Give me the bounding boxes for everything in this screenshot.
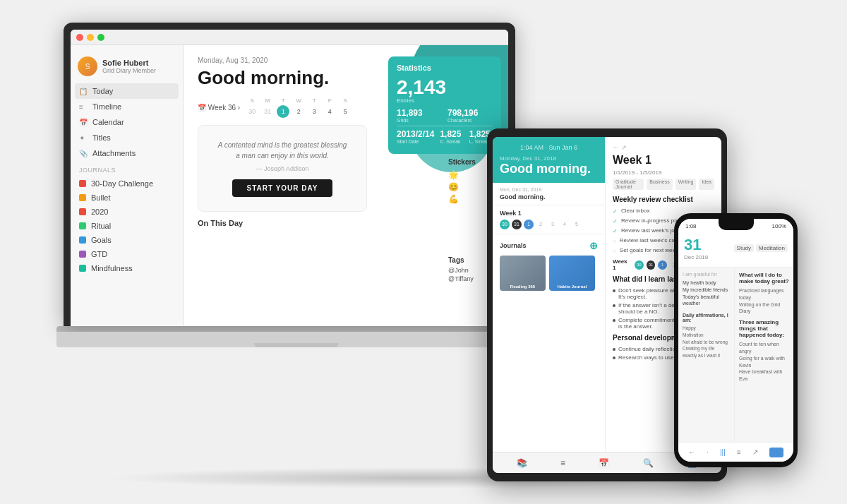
maximize-dot[interactable]: [97, 34, 104, 41]
stats-c-streak: 1,825 C. Streak: [440, 129, 463, 144]
week-days: S 30 M 31 T 1: [246, 97, 352, 118]
journal-item-30day[interactable]: 30-Day Challenge: [71, 176, 183, 191]
tablet-greeting: Good morning.: [500, 162, 598, 177]
tablet-nav-calendar[interactable]: 📅: [599, 458, 609, 468]
circle-icon-4: ○: [613, 248, 616, 254]
sidebar-item-timeline[interactable]: ≡ Timeline: [71, 99, 183, 114]
nav-today-label: Today: [92, 87, 113, 95]
phone-left-panel: I am grateful for My health body My incr…: [678, 268, 735, 442]
phone-share-icon[interactable]: ↗: [752, 448, 758, 456]
week-day-4[interactable]: T 3: [308, 97, 320, 118]
tablet-day-4: 4: [560, 220, 570, 229]
journal-mindfulness-label: Mindfulness: [91, 264, 133, 272]
avatar: S: [78, 56, 97, 76]
tablet-week1-item[interactable]: Week 1 30 31 1 2 3 4 5: [493, 205, 605, 234]
tablet-tag-0[interactable]: Gratitude Journal: [613, 179, 644, 190]
tablet-checklist-title: Weekly review checklist: [613, 196, 714, 203]
journal-dot-mindfulness: [79, 265, 86, 272]
minimize-dot[interactable]: [87, 34, 94, 41]
profile-info: Sofie Hubert Grid Diary Member: [102, 59, 156, 74]
journal-dot-30day: [79, 180, 86, 187]
laptop-sidebar: S Sofie Hubert Grid Diary Member 📋 Today…: [71, 45, 184, 326]
sidebar-profile: S Sofie Hubert Grid Diary Member: [71, 52, 183, 83]
nav-titles-label: Titles: [92, 133, 111, 142]
start-your-day-button[interactable]: START YOUR DAY: [232, 179, 332, 197]
tablet-nav-list[interactable]: ≡: [560, 458, 565, 468]
tablet-tag-1[interactable]: Business: [647, 179, 672, 190]
stats-grids: 11,893 Grids: [397, 108, 442, 123]
phone-cta-button[interactable]: [769, 448, 783, 457]
circle-icon-3: ○: [613, 238, 616, 244]
mini-day-30: 30: [635, 260, 644, 270]
sidebar-item-attachments[interactable]: 📎 Attachments: [71, 145, 183, 161]
phone-right-panel: What will I do to make today great? Prac…: [735, 268, 793, 442]
phone-sticker-0: Study: [734, 244, 754, 252]
phone-dot-icon[interactable]: ·: [707, 448, 709, 456]
phone-header-top: 31 Dec 2018 Study Meditation: [684, 236, 788, 260]
journal-goals-label: Goals: [91, 236, 112, 244]
journal-thumb-1[interactable]: Habits Journal: [549, 256, 595, 291]
stats-c-streak-num: 1,825: [440, 129, 463, 139]
journal-item-ritual[interactable]: Ritual: [71, 219, 183, 233]
close-dot[interactable]: [76, 34, 83, 41]
week-day-5[interactable]: F 4: [323, 97, 336, 118]
phone-time: 1:08: [685, 223, 697, 229]
phone-today-title: What will I do to make today great?: [739, 272, 789, 284]
sticker-emoji-2: 💪: [448, 194, 459, 204]
sidebar-item-calendar[interactable]: 📅 Calendar: [71, 114, 183, 130]
quote-card: A contented mind is the greatest blessin…: [198, 125, 367, 212]
personal-bullet-1: [613, 356, 615, 359]
phone-notch: [719, 219, 754, 230]
check-icon-0: ✓: [613, 208, 618, 215]
journal-item-gtd[interactable]: GTD: [71, 247, 183, 261]
tablet-date: Monday, Dec 31, 2018: [500, 155, 598, 162]
stats-chars-label: Characters: [447, 118, 493, 123]
stats-card: Statistics 2,143 Entries 11,893 Grids: [388, 56, 501, 154]
phone-screen: 1:08 100% 31 Dec 2018 Study Meditation: [678, 219, 793, 462]
laptop-screen-inner: S Sofie Hubert Grid Diary Member 📋 Today…: [71, 30, 508, 326]
tablet-list-item-0[interactable]: Mon, Dec 31, 2018 Good morning.: [493, 183, 605, 205]
journal-item-2020[interactable]: 2020: [71, 205, 183, 219]
phone-list-icon[interactable]: ≡: [737, 448, 741, 456]
phone-month: Dec 2018: [684, 254, 708, 260]
stats-grids-label: Grids: [397, 118, 442, 123]
sidebar-item-today[interactable]: 📋 Today: [75, 83, 179, 99]
journal-item-mindfulness[interactable]: Mindfulness: [71, 261, 183, 275]
journal-ritual-label: Ritual: [91, 222, 111, 230]
week-day-3[interactable]: W 2: [292, 97, 305, 118]
calendar-icon: 📅: [79, 119, 88, 126]
week-day-2[interactable]: T 1: [277, 97, 289, 118]
phone-daily-afm: Daily affirmations, I am: Happy Motivati…: [683, 313, 730, 359]
journal-item-bullet[interactable]: Bullet: [71, 191, 183, 205]
tablet-tags: Gratitude Journal Business Writing Idea: [613, 179, 714, 190]
journal-thumb-0-label: Reading 365: [510, 284, 535, 289]
journal-dot-2020: [79, 208, 86, 215]
add-journal-icon[interactable]: ⊕: [589, 240, 598, 251]
tablet-back-arrow[interactable]: ← ↗: [613, 144, 714, 151]
tablet-day-1: 1: [524, 220, 534, 229]
tablet-item-label: Good morning.: [500, 193, 598, 200]
phone-menu-icon[interactable]: |||: [720, 448, 726, 456]
week-day-6[interactable]: S 5: [339, 97, 352, 118]
stats-row-2: 2013/2/14 Start Date 1,825 C. Streak 1,8…: [397, 129, 493, 144]
tablet-nav-book[interactable]: 📚: [517, 458, 527, 468]
titles-icon: ✦: [79, 134, 88, 142]
laptop-main: Monday, Aug 31, 2020 Good morning. 📅 Wee…: [184, 45, 508, 326]
phone-affirmations: Happy Motivation Not afraid to be wrong …: [683, 325, 730, 359]
laptop-body: S Sofie Hubert Grid Diary Member 📋 Today…: [71, 45, 508, 326]
tablet-left-panel: 1:04 AM · Sun Jan 6 Monday, Dec 31, 2018…: [493, 137, 606, 473]
phone-back-icon[interactable]: ←: [688, 448, 695, 456]
tablet-day-30: 30: [500, 220, 510, 229]
journal-item-goals[interactable]: Goals: [71, 233, 183, 247]
personal-bullet-0: [613, 348, 615, 351]
sidebar-item-titles[interactable]: ✦ Titles: [71, 130, 183, 145]
tablet-nav-search[interactable]: 🔍: [643, 458, 654, 468]
tablet-tag-2[interactable]: Writing: [675, 179, 697, 190]
check-icon-1: ✓: [613, 218, 618, 224]
phone-bottom-bar: ← · ||| ≡ ↗: [678, 442, 793, 462]
stats-c-streak-label: C. Streak: [440, 139, 463, 144]
nav-attachments-label: Attachments: [92, 149, 136, 157]
on-this-day-label: On This Day: [198, 219, 494, 227]
journal-thumb-0[interactable]: Reading 365: [500, 256, 546, 291]
tablet-tag-3[interactable]: Idea: [699, 179, 714, 190]
